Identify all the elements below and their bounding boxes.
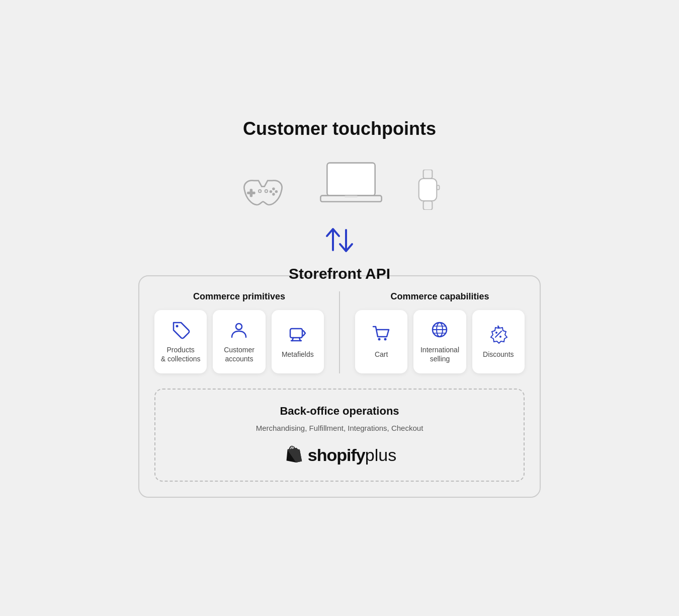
- svg-rect-10: [345, 195, 358, 197]
- commerce-capabilities-column: Commerce capabilities Cart: [355, 291, 525, 373]
- commerce-capabilities-title: Commerce capabilities: [355, 291, 525, 302]
- backoffice-subtitle: Merchandising, Fulfillment, Integrations…: [165, 424, 514, 432]
- svg-point-4: [272, 193, 275, 195]
- svg-point-30: [495, 332, 497, 334]
- commerce-primitives-title: Commerce primitives: [154, 291, 324, 302]
- svg-point-3: [275, 190, 277, 193]
- svg-rect-13: [423, 201, 432, 210]
- card-international-selling: International selling: [413, 310, 466, 373]
- column-divider: [339, 291, 340, 373]
- svg-rect-8: [327, 163, 375, 195]
- cart-icon: [372, 325, 391, 344]
- card-discounts-label: Discounts: [483, 350, 514, 359]
- tag-icon: [171, 320, 190, 339]
- svg-point-23: [378, 338, 381, 340]
- laptop-icon: [318, 160, 384, 210]
- svg-rect-14: [437, 185, 439, 190]
- svg-point-7: [265, 190, 267, 192]
- shopify-text: shopify: [308, 445, 365, 465]
- shopify-plus-text: plus: [365, 445, 396, 465]
- svg-point-6: [258, 190, 261, 192]
- card-international-selling-label: International selling: [418, 345, 461, 363]
- card-customer-accounts-label: Customer accounts: [218, 345, 260, 363]
- svg-rect-11: [423, 170, 432, 179]
- card-discounts: Discounts: [472, 310, 525, 373]
- svg-point-18: [236, 324, 242, 330]
- watch-icon: [414, 170, 442, 210]
- globe-icon: [430, 320, 449, 339]
- svg-point-2: [272, 187, 275, 190]
- shopify-bag-svg: [283, 444, 304, 466]
- svg-point-31: [499, 336, 501, 338]
- shopify-plus-logo: shopifyplus: [165, 444, 514, 466]
- page-container: Customer touchpoints: [138, 118, 541, 498]
- svg-rect-12: [418, 179, 437, 201]
- columns-row: Commerce primitives Products& collection…: [154, 291, 525, 373]
- commerce-capabilities-cards: Cart Internat: [355, 310, 525, 373]
- card-customer-accounts: Customer accounts: [213, 310, 265, 373]
- commerce-primitives-cards: Products& collections Customer accounts: [154, 310, 324, 373]
- badge-percent-icon: [489, 325, 508, 344]
- commerce-primitives-column: Commerce primitives Products& collection…: [154, 291, 324, 373]
- svg-point-17: [176, 325, 179, 327]
- svg-rect-19: [290, 329, 302, 338]
- devices-row: [238, 160, 442, 210]
- svg-point-24: [384, 338, 387, 340]
- backoffice-box: Back-office operations Merchandising, Fu…: [154, 389, 525, 482]
- card-cart: Cart: [355, 310, 407, 373]
- svg-rect-1: [247, 191, 255, 194]
- svg-point-5: [269, 190, 272, 193]
- card-metafields: Metafields: [272, 310, 324, 373]
- person-icon: [229, 320, 248, 339]
- main-box: Commerce primitives Products& collection…: [138, 275, 541, 498]
- transfer-arrows-icon: [322, 225, 357, 255]
- card-metafields-label: Metafields: [282, 350, 314, 359]
- backoffice-title: Back-office operations: [165, 405, 514, 418]
- card-products-collections-label: Products& collections: [161, 345, 201, 363]
- card-products-collections: Products& collections: [154, 310, 207, 373]
- page-title: Customer touchpoints: [243, 118, 436, 139]
- metafields-icon: [288, 325, 307, 344]
- arrows-row: [322, 225, 357, 255]
- storefront-api-label: Storefront API: [289, 265, 390, 282]
- gamepad-icon: [238, 175, 288, 210]
- card-cart-label: Cart: [375, 350, 388, 359]
- shopify-wordmark: shopifyplus: [308, 445, 396, 465]
